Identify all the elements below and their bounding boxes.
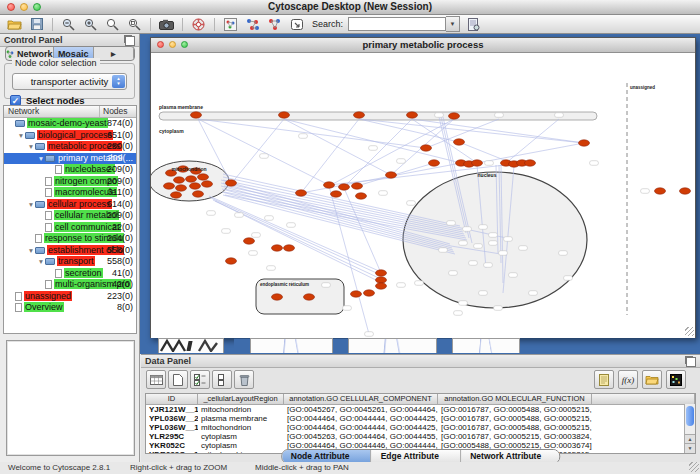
background-window-fragment[interactable] [437,338,452,354]
network-tree-row[interactable]: nucleobase-209(0) [4,164,136,176]
network-node[interactable] [421,145,432,151]
help-ring-icon[interactable] [190,17,207,32]
network-node-unselected[interactable] [519,246,528,251]
network-node-unselected[interactable] [439,248,448,253]
network-node-unselected[interactable] [415,281,424,286]
network-window-titlebar[interactable]: primary metabolic process [151,38,695,53]
network-node[interactable] [176,185,187,191]
network-node-unselected[interactable] [397,159,406,164]
network-edge[interactable] [359,119,584,143]
network-node-unselected[interactable] [469,261,478,266]
table-cell[interactable]: YJR121W__1 [146,405,198,414]
network-node-unselected[interactable] [564,276,573,281]
network-node-unselected[interactable] [509,273,518,278]
table-cell[interactable]: YLR295C [146,432,198,441]
network-node[interactable] [351,291,362,297]
network-tree-row[interactable]: ▼primary metabol209(... [4,153,136,165]
table-cell[interactable]: mitochondrion [198,405,284,414]
tree-expander-icon[interactable]: ▼ [27,199,35,211]
network-node-unselected[interactable] [489,241,498,246]
minimize-window-button[interactable] [20,3,28,11]
network-tree-row[interactable]: cell communicat22(0) [4,222,136,234]
attribute-table-row[interactable]: YPL036W__2plasma membrane[GO:0044464, GO… [146,414,695,423]
network-node-unselected[interactable] [249,251,258,256]
network-node-unselected[interactable] [499,251,508,256]
table-cell[interactable]: [GO:0045267, GO:0045261, GO:0044464, G..… [284,405,438,414]
network-node-unselected[interactable] [479,225,488,230]
scrollbar-thumb[interactable] [686,406,694,426]
network-node[interactable] [171,192,182,198]
table-cell[interactable]: [GO:0016787, GO:0005215, GO:0003824, G..… [438,432,592,441]
network-edge[interactable] [198,119,426,148]
network-node[interactable] [226,180,237,186]
network-node-unselected[interactable] [299,134,308,139]
network-node[interactable] [244,238,255,244]
network-tree-row[interactable]: response to stimulu264(0) [4,233,136,245]
import-attributes-icon[interactable] [642,370,662,389]
network-node-unselected[interactable] [479,291,488,296]
tree-expander-icon[interactable]: ▼ [27,141,35,153]
delete-attribute-icon[interactable] [234,370,254,389]
network-node-unselected[interactable] [267,266,276,271]
table-cell[interactable]: YDR039C__1 [146,450,198,454]
network-node[interactable] [454,139,465,145]
network-node-unselected[interactable] [485,161,494,166]
network-node[interactable] [449,113,460,119]
attribute-table-row[interactable]: YLR295Ccytoplasm[GO:0045263, GO:0044464,… [146,432,695,441]
table-cell[interactable]: [GO:0016787, GO:0005488, GO:0005215, G..… [438,414,592,423]
network-node[interactable] [376,270,387,276]
network-node[interactable] [272,294,283,300]
network-node-unselected[interactable] [369,146,378,151]
network-node-unselected[interactable] [641,189,650,194]
network-node[interactable] [356,193,367,199]
table-cell[interactable]: mitochondrion [198,423,284,432]
plasma-membrane-region[interactable] [159,112,597,120]
table-cell[interactable]: YPL036W__2 [146,414,198,423]
table-cell[interactable]: [GO:0044464, GO:0044444, GO:0044425, G..… [284,414,438,423]
network-node-unselected[interactable] [494,306,503,311]
network-node-unselected[interactable] [397,283,406,288]
table-cell[interactable]: [GO:0016787, GO:0005488, GO:0005215, G..… [438,405,592,414]
network-node[interactable] [525,160,536,166]
network-node-unselected[interactable] [407,201,416,206]
network-node-unselected[interactable] [435,113,444,118]
network-node[interactable] [304,294,315,300]
import-annotation-icon[interactable] [288,17,305,32]
table-cell[interactable]: plasma membrane [198,414,284,423]
background-window-fragment[interactable] [452,338,520,353]
network-node[interactable] [226,258,237,264]
network-node[interactable] [579,140,590,146]
table-cell[interactable]: YPL036W__1 [146,423,198,432]
col-id[interactable]: ID [146,394,198,404]
background-window-fragment[interactable] [333,338,348,354]
tree-expander-icon[interactable]: ▼ [37,256,45,268]
zoom-fit-icon[interactable] [126,17,143,32]
network-node[interactable] [190,183,201,189]
network-node[interactable] [164,183,175,189]
network-node-unselected[interactable] [343,306,352,311]
network-node-unselected[interactable] [207,211,216,216]
network-node[interactable] [472,160,483,166]
network-edge[interactable] [344,188,381,273]
network-node-unselected[interactable] [559,251,568,256]
network-node-unselected[interactable] [265,216,274,221]
snapshot-icon[interactable] [158,17,175,32]
network-node[interactable] [386,172,397,178]
network-node-unselected[interactable] [590,161,599,166]
search-input[interactable] [348,17,446,31]
net-zoom-button[interactable] [181,41,188,48]
network-tree-row[interactable]: ▼establishment of lo558(0) [4,245,136,257]
network-tree-row[interactable]: Overview8(0) [4,302,136,314]
table-cell[interactable]: cytoplasm [198,432,284,441]
network-node-unselected[interactable] [449,271,458,276]
network-edge[interactable] [412,119,584,143]
app-resize-grip[interactable] [689,462,699,472]
table-cell[interactable]: YKR052C [146,441,198,450]
network-window-resize-grip[interactable] [685,327,694,336]
tab-overflow-arrow[interactable]: ▶ [94,47,134,60]
attribute-table-row[interactable]: YPL036W__1mitochondrion[GO:0044464, GO:0… [146,423,695,432]
network-tree-row[interactable]: macromolecule311(0) [4,187,136,199]
network-node[interactable] [191,112,202,118]
col-go-molecular-function[interactable]: annotation.GO MOLECULAR_FUNCTION [438,394,592,404]
open-file-icon[interactable] [6,17,23,32]
